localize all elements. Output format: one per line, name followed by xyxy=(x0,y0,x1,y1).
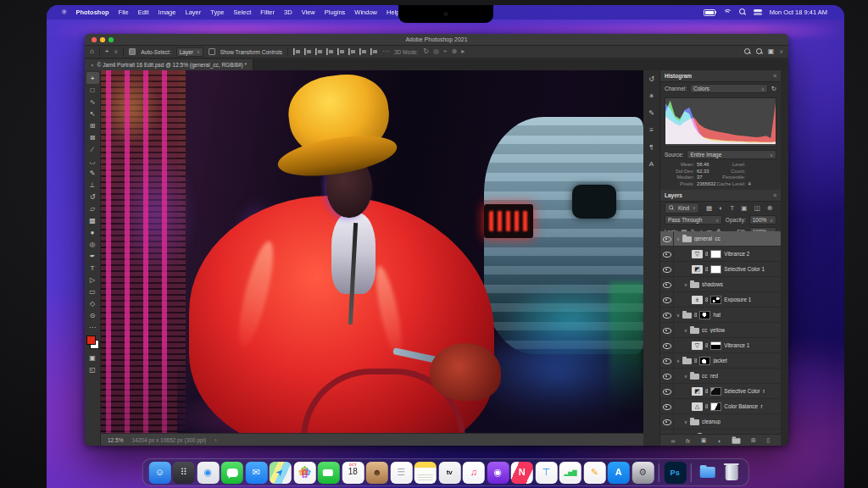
doc-search-icon[interactable] xyxy=(744,48,751,56)
history-brush-tool[interactable]: ↺ xyxy=(86,191,99,202)
gradient-tool[interactable]: ▩ xyxy=(86,214,99,226)
healing-brush-tool[interactable]: ◡ xyxy=(86,155,99,167)
dock-trash-icon[interactable] xyxy=(721,462,743,484)
visibility-toggle[interactable] xyxy=(660,384,674,398)
visibility-toggle[interactable] xyxy=(660,231,674,246)
visibility-toggle[interactable] xyxy=(660,292,674,307)
layer-mask-thumbnail[interactable] xyxy=(710,250,721,258)
move-tool[interactable]: + xyxy=(86,72,99,84)
dock-reminders-icon[interactable]: ☰ xyxy=(390,462,412,484)
quick-mask-button[interactable]: ▣ xyxy=(86,352,99,363)
visibility-toggle[interactable] xyxy=(660,247,674,261)
pen-tool[interactable]: ✒ xyxy=(86,250,99,262)
dock-launchpad-icon[interactable]: ⠿ xyxy=(173,462,195,484)
workspace-icon[interactable]: ▣ xyxy=(768,48,775,55)
dock-podcasts-icon[interactable]: ◉ xyxy=(487,462,509,484)
layer-mask-thumbnail[interactable] xyxy=(710,402,721,411)
adjustments-panel-icon[interactable]: ☀ xyxy=(645,91,658,102)
dock-maps-icon[interactable]: ➤ xyxy=(270,462,292,484)
marquee-tool[interactable]: □ xyxy=(86,84,99,96)
menu-filter[interactable]: Filter xyxy=(260,8,275,16)
layers-menu-icon[interactable]: ≡ xyxy=(773,192,776,198)
spotlight-icon[interactable] xyxy=(739,8,746,16)
layer-row-exposure-1[interactable]: ±8Exposure 1 xyxy=(660,292,781,308)
object-selection-tool[interactable]: ↖ xyxy=(86,108,99,119)
new-group-icon[interactable] xyxy=(732,438,740,443)
dock-photos-icon[interactable]: ✿ xyxy=(293,462,315,484)
layers-panel-header[interactable]: Layers ≡ xyxy=(660,190,781,202)
menu-layer[interactable]: Layer xyxy=(185,8,201,16)
document-tab[interactable]: × © Jamil Portrait 16 Edit.psd @ 12.5% (… xyxy=(85,59,253,70)
layer-row-selective-color-1[interactable]: ◩8Selective Color 1 xyxy=(660,262,781,277)
menu-3d[interactable]: 3D xyxy=(284,8,292,16)
layer-row-cc_yellow[interactable]: ∨cc_yellow xyxy=(660,323,781,338)
pixel-layers-filter-icon[interactable]: ▦ xyxy=(706,204,712,212)
source-dropdown[interactable]: Entire Image∨ xyxy=(687,150,776,159)
layer-row-cleanup[interactable]: ∨cleanup xyxy=(660,414,781,430)
add-mask-icon[interactable]: ▣ xyxy=(701,437,707,444)
visibility-toggle[interactable] xyxy=(660,414,674,429)
expand-caret-icon[interactable]: ∨ xyxy=(676,236,680,241)
layer-filter-dropdown[interactable]: Kind∨ xyxy=(665,202,699,214)
layer-row-jacket[interactable]: ∨8jacket xyxy=(660,353,781,369)
tab-close-icon[interactable]: × xyxy=(91,63,94,68)
wifi-icon[interactable] xyxy=(723,9,732,16)
window-titlebar[interactable]: Adobe Photoshop 2021 xyxy=(85,34,788,46)
preset-chevron-icon[interactable]: ∨ xyxy=(114,48,119,55)
shape-tool[interactable]: ▭ xyxy=(86,286,99,297)
clone-stamp-tool[interactable]: ⊥ xyxy=(86,179,99,191)
dock-pages-icon[interactable]: ✎ xyxy=(583,462,605,484)
dock-facetime-icon[interactable] xyxy=(318,462,340,484)
layer-row-selective-color_r[interactable]: ◩8Selective Color_r xyxy=(660,384,781,399)
edit-toolbar[interactable]: ⋯ xyxy=(86,321,99,333)
menu-clock[interactable]: Mon Oct 18 9:41 AM xyxy=(770,8,827,16)
more-options-icon[interactable]: ⋯ xyxy=(382,48,389,55)
delete-layer-icon[interactable]: ▯ xyxy=(767,437,771,444)
zoom-window-button[interactable] xyxy=(108,37,114,42)
align-bottom-icon[interactable] xyxy=(359,48,366,55)
histogram-panel-header[interactable]: Histogram ≡ xyxy=(660,70,781,82)
dock-finder-icon[interactable]: ☺ xyxy=(148,462,170,484)
new-adjustment-icon[interactable]: ◑ xyxy=(717,438,721,444)
history-panel-icon[interactable]: ↺ xyxy=(645,74,658,85)
apple-menu[interactable]: ⍟ xyxy=(62,8,66,16)
menu-type[interactable]: Type xyxy=(210,8,224,16)
3d-rotate-icon[interactable]: ↻ xyxy=(423,48,429,55)
menu-select[interactable]: Select xyxy=(234,8,252,16)
type-tool[interactable]: T xyxy=(86,262,99,274)
visibility-toggle[interactable] xyxy=(660,308,674,322)
layer-row-cc_red[interactable]: ∨cc_red xyxy=(660,369,781,384)
dock-settings-icon[interactable]: ⚙ xyxy=(632,462,654,484)
canvas[interactable] xyxy=(101,70,643,433)
visibility-toggle[interactable] xyxy=(660,338,674,352)
menu-view[interactable]: View xyxy=(302,8,315,16)
close-window-button[interactable] xyxy=(92,37,97,42)
dock-messages-icon[interactable] xyxy=(221,462,243,484)
shape-layers-filter-icon[interactable]: ▣ xyxy=(741,204,747,212)
menu-file[interactable]: File xyxy=(119,8,129,16)
adjustment-icon[interactable]: ± xyxy=(692,296,703,304)
layer-mask-thumbnail[interactable] xyxy=(699,357,710,365)
adjustment-icon[interactable]: △ xyxy=(692,402,703,411)
expand-caret-icon[interactable]: ∨ xyxy=(684,328,687,333)
channel-dropdown[interactable]: Colors∨ xyxy=(690,84,768,93)
smart-object-filter-icon[interactable]: ◫ xyxy=(754,204,760,212)
zoom-level[interactable]: 12.5% xyxy=(108,437,123,443)
visibility-toggle[interactable] xyxy=(660,323,674,337)
control-center-icon[interactable] xyxy=(754,9,762,15)
align-left-icon[interactable] xyxy=(293,48,300,55)
dock-calendar-icon[interactable]: OCT18 xyxy=(342,462,364,484)
menu-image[interactable]: Image xyxy=(159,8,176,16)
home-icon[interactable]: ⌂ xyxy=(90,48,94,55)
battery-icon[interactable] xyxy=(704,9,715,16)
adjustment-icon[interactable]: ▽ xyxy=(692,341,703,350)
visibility-toggle[interactable] xyxy=(660,399,674,413)
eyedropper-tool[interactable]: ∕ xyxy=(86,143,99,155)
layer-mask-thumbnail[interactable] xyxy=(710,387,721,396)
layer-mask-thumbnail[interactable] xyxy=(710,296,721,304)
3d-camera-icon[interactable]: ▸ xyxy=(461,48,465,55)
dock-numbers-icon[interactable]: ▂▅▇ xyxy=(559,462,581,484)
dock-photoshop-icon[interactable]: Ps xyxy=(664,462,686,484)
path-select-tool[interactable]: ▷ xyxy=(86,274,99,286)
expand-caret-icon[interactable]: ∨ xyxy=(684,419,687,424)
